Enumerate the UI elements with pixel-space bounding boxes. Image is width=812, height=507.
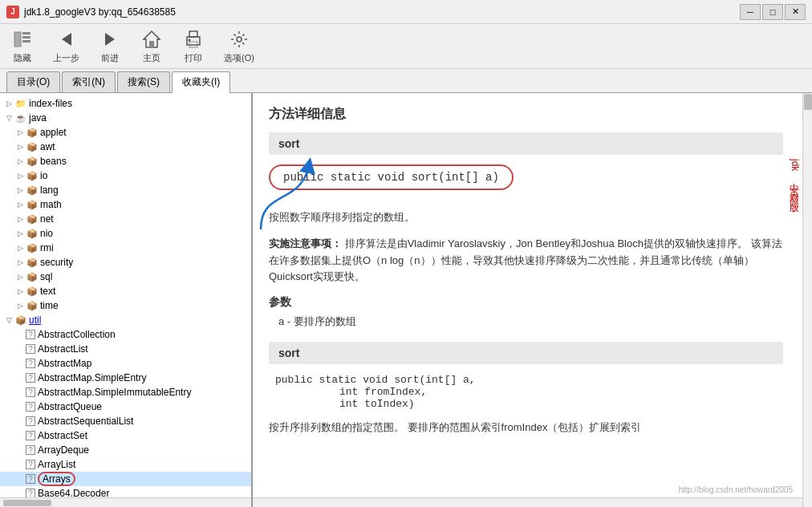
svg-marker-4	[62, 33, 71, 46]
package-icon: 📦	[26, 256, 39, 269]
class-icon: ?	[26, 359, 35, 368]
tree-node-java[interactable]: ▽ ☕ java	[0, 111, 251, 125]
tree-node-beans[interactable]: ▷ 📦 beans	[0, 154, 251, 168]
tree-node-text[interactable]: ▷ 📦 text	[0, 284, 251, 298]
svg-rect-0	[14, 32, 21, 47]
tree-node-security[interactable]: ▷ 📦 security	[0, 255, 251, 270]
tab-favorites[interactable]: 收藏夹(I)	[172, 71, 230, 93]
tree-node-AbstractMapSimpleEntry[interactable]: ? AbstractMap.SimpleEntry	[0, 371, 251, 385]
tab-bar: 目录(O) 索引(N) 搜索(S) 收藏夹(I)	[0, 69, 812, 93]
accent-en[interactable]: 英	[786, 179, 802, 182]
print-btn[interactable]: 打印	[177, 26, 209, 66]
package-icon: 📦	[14, 314, 27, 327]
node-label: security	[40, 257, 73, 268]
right-panel-bottom-scrollbar[interactable]	[253, 497, 812, 507]
class-icon: ?	[26, 489, 35, 497]
tree-node-time[interactable]: ▷ 📦 time	[0, 298, 251, 313]
tree-node-AbstractQueue[interactable]: ? AbstractQueue	[0, 400, 251, 414]
tree-node-io[interactable]: ▷ 📦 io	[0, 168, 251, 183]
tree-node-lang[interactable]: ▷ 📦 lang	[0, 183, 251, 197]
tree-node-nio[interactable]: ▷ 📦 nio	[0, 226, 251, 241]
expand-icon[interactable]: ▷	[14, 199, 26, 210]
tree-node-Base64Decoder[interactable]: ? Base64.Decoder	[0, 486, 251, 497]
node-label: beans	[40, 156, 67, 167]
main-area: ▷ 📁 index-files ▽ ☕ java ▷ 📦 applet ▷ 📦 …	[0, 93, 812, 507]
expand-icon[interactable]: ▷	[14, 185, 26, 196]
expand-icon[interactable]: ▷	[14, 127, 26, 138]
package-icon: 📦	[26, 140, 39, 153]
signature-container-2: public static void sort(int[] a, int fro…	[275, 374, 783, 410]
class-icon: ?	[26, 460, 35, 469]
forward-btn[interactable]: 前进	[94, 26, 126, 66]
options-btn[interactable]: 选项(O)	[219, 26, 259, 66]
tree-node-net[interactable]: ▷ 📦 net	[0, 212, 251, 226]
class-icon: ?	[26, 330, 35, 339]
expand-icon[interactable]: ▷	[14, 242, 26, 253]
forward-icon	[99, 28, 121, 51]
back-label: 上一步	[53, 52, 79, 64]
expand-icon[interactable]: ▷	[14, 271, 26, 282]
hide-btn[interactable]: 隐藏	[6, 26, 39, 66]
signature-container-1: public static void sort(int[] a)	[269, 164, 783, 200]
tree-node-rmi[interactable]: ▷ 📦 rmi	[0, 241, 251, 255]
method-name-2: sort	[278, 347, 299, 359]
tree-node-ArrayDeque[interactable]: ? ArrayDeque	[0, 443, 251, 457]
tree-node-AbstractMapSimpleImmutableEntry[interactable]: ? AbstractMap.SimpleImmutableEntry	[0, 385, 251, 400]
tree-node-AbstractSet[interactable]: ? AbstractSet	[0, 428, 251, 443]
expand-icon[interactable]: ▷	[14, 257, 26, 268]
maximize-button[interactable]: □	[762, 4, 783, 20]
app-icon: J	[6, 6, 19, 18]
accent-zhao[interactable]: 照	[786, 189, 802, 192]
class-icon: ?	[26, 373, 35, 383]
expand-icon[interactable]: ▷	[14, 141, 26, 152]
left-panel-scrollbar[interactable]	[0, 497, 251, 507]
expand-icon[interactable]: ▽	[3, 112, 14, 124]
accent-ban[interactable]: 版	[786, 193, 802, 197]
close-button[interactable]: ✕	[785, 4, 806, 20]
right-panel-scrollbar[interactable]	[802, 93, 812, 507]
tree-node-awt[interactable]: ▷ 📦 awt	[0, 140, 251, 154]
tree-node-AbstractList[interactable]: ? AbstractList	[0, 342, 251, 356]
toolbar: 隐藏 上一步 前进 主页 打印 选项(O)	[0, 24, 812, 69]
tree-container[interactable]: ▷ 📁 index-files ▽ ☕ java ▷ 📦 applet ▷ 📦 …	[0, 93, 251, 497]
right-panel[interactable]: 方法详细信息 sort public static void sort(int[…	[253, 93, 812, 497]
tab-contents[interactable]: 目录(O)	[6, 71, 60, 92]
node-label: applet	[40, 127, 67, 138]
accent-jdk[interactable]: jdk	[786, 157, 802, 172]
tree-node-applet[interactable]: ▷ 📦 applet	[0, 125, 251, 140]
package-icon: 📦	[26, 270, 39, 283]
tree-node-AbstractMap[interactable]: ? AbstractMap	[0, 356, 251, 371]
expand-icon[interactable]: ▽	[3, 314, 14, 326]
tree-node-math[interactable]: ▷ 📦 math	[0, 197, 251, 212]
minimize-button[interactable]: ─	[740, 4, 761, 20]
accent-dui[interactable]: 对	[786, 184, 802, 187]
tree-node-ArrayList[interactable]: ? ArrayList	[0, 457, 251, 472]
expand-icon[interactable]: ▷	[14, 228, 26, 239]
expand-icon[interactable]: ▷	[14, 170, 26, 181]
expand-icon[interactable]: ▷	[14, 156, 26, 167]
node-label: ArrayDeque	[38, 444, 89, 456]
expand-icon[interactable]: ▷	[14, 213, 26, 225]
node-label: time	[40, 300, 59, 311]
tree-node-index-files[interactable]: ▷ 📁 index-files	[0, 96, 251, 111]
home-btn[interactable]: 主页	[136, 26, 168, 66]
tree-node-Arrays[interactable]: ? Arrays	[0, 472, 251, 486]
back-btn[interactable]: 上一步	[48, 26, 84, 66]
expand-icon[interactable]: ▷	[14, 286, 26, 297]
node-label: index-files	[29, 98, 72, 109]
svg-point-12	[237, 37, 242, 42]
tree-node-AbstractSequentialList[interactable]: ? AbstractSequentialList	[0, 414, 251, 428]
tree-node-util[interactable]: ▽ 📦 util	[0, 313, 251, 327]
expand-icon[interactable]: ▷	[14, 300, 26, 311]
tree-node-sql[interactable]: ▷ 📦 sql	[0, 270, 251, 284]
tab-search[interactable]: 搜索(S)	[117, 71, 170, 92]
tab-index[interactable]: 索引(N)	[62, 71, 116, 92]
print-icon	[182, 28, 205, 51]
expand-icon[interactable]: ▷	[3, 98, 14, 109]
home-icon	[140, 28, 163, 51]
package-icon: 📦	[26, 155, 39, 168]
package-icon: 📦	[26, 184, 39, 197]
tree-node-AbstractCollection[interactable]: ? AbstractCollection	[0, 327, 251, 342]
node-label: ArrayList	[38, 459, 75, 470]
accent-zh[interactable]: 中	[786, 174, 802, 177]
